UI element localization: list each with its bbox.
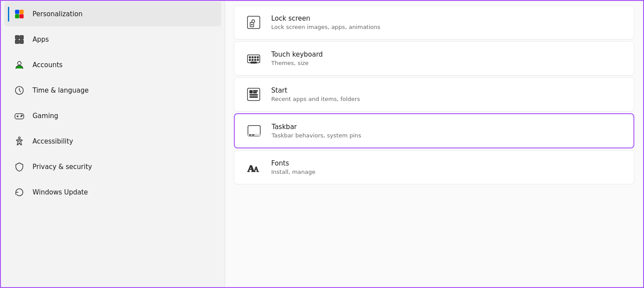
sidebar-item-privacy-security[interactable]: Privacy & security xyxy=(4,155,221,179)
privacy-icon xyxy=(13,161,25,173)
lock-screen-subtitle: Lock screen images, apps, animations xyxy=(271,24,380,30)
lock-screen-text: Lock screen Lock screen images, apps, an… xyxy=(271,14,380,30)
sidebar-label-update: Windows Update xyxy=(33,188,88,196)
apps-icon xyxy=(13,33,25,46)
svg-rect-21 xyxy=(257,57,258,58)
svg-rect-10 xyxy=(15,114,24,119)
touch-keyboard-subtitle: Themes, size xyxy=(271,60,323,66)
svg-rect-7 xyxy=(20,40,23,43)
svg-point-12 xyxy=(22,115,22,116)
fonts-title: Fonts xyxy=(271,159,315,167)
card-taskbar[interactable]: Taskbar Taskbar behaviors, system pins xyxy=(234,113,634,148)
start-text: Start Recent apps and items, folders xyxy=(271,86,360,102)
personalization-icon xyxy=(13,8,25,20)
svg-rect-3 xyxy=(20,14,23,18)
taskbar-title: Taskbar xyxy=(272,123,361,131)
sidebar-item-windows-update[interactable]: Windows Update xyxy=(4,180,221,205)
svg-rect-23 xyxy=(252,59,253,61)
svg-rect-36 xyxy=(252,135,254,135)
svg-rect-30 xyxy=(253,92,257,93)
fonts-text: Fonts Install, manage xyxy=(271,159,315,175)
svg-rect-24 xyxy=(255,59,256,61)
taskbar-subtitle: Taskbar behaviors, system pins xyxy=(272,132,361,139)
sidebar-label-time: Time & language xyxy=(33,86,89,94)
svg-rect-35 xyxy=(249,135,251,135)
sidebar-label-personalization: Personalization xyxy=(33,10,83,18)
svg-rect-29 xyxy=(253,90,258,91)
sidebar-label-gaming: Gaming xyxy=(33,112,58,120)
taskbar-icon xyxy=(245,122,263,140)
svg-rect-31 xyxy=(250,94,258,95)
svg-point-11 xyxy=(21,116,22,117)
svg-rect-4 xyxy=(15,36,19,39)
svg-rect-20 xyxy=(255,57,256,58)
svg-rect-32 xyxy=(250,97,258,97)
svg-rect-18 xyxy=(249,57,251,58)
sidebar-item-accounts[interactable]: Accounts xyxy=(4,53,221,77)
sidebar: Personalization Apps Accounts xyxy=(1,1,225,287)
accessibility-icon xyxy=(13,135,25,148)
start-title: Start xyxy=(271,86,360,94)
svg-point-13 xyxy=(18,137,20,139)
card-fonts[interactable]: A A Fonts Install, manage xyxy=(234,150,634,184)
lock-screen-icon xyxy=(245,14,262,31)
svg-text:A: A xyxy=(254,166,259,173)
accounts-icon xyxy=(13,59,25,71)
card-start[interactable]: Start Recent apps and items, folders xyxy=(234,77,634,112)
sidebar-label-accessibility: Accessibility xyxy=(33,137,73,145)
touch-keyboard-icon xyxy=(245,50,262,67)
update-icon xyxy=(13,186,25,198)
svg-rect-25 xyxy=(257,59,258,61)
svg-rect-28 xyxy=(250,90,252,93)
card-lock-screen[interactable]: Lock screen Lock screen images, apps, an… xyxy=(234,5,634,40)
svg-rect-2 xyxy=(15,14,19,18)
sidebar-item-apps[interactable]: Apps xyxy=(4,27,221,52)
sidebar-item-personalization[interactable]: Personalization xyxy=(4,2,221,26)
main-content: Lock screen Lock screen images, apps, an… xyxy=(225,1,643,287)
sidebar-item-accessibility[interactable]: Accessibility xyxy=(4,129,221,154)
touch-keyboard-text: Touch keyboard Themes, size xyxy=(271,50,323,66)
svg-rect-19 xyxy=(252,57,253,58)
svg-point-16 xyxy=(251,24,252,25)
svg-rect-6 xyxy=(15,40,19,43)
svg-rect-0 xyxy=(15,10,19,14)
sidebar-item-time-language[interactable]: Time & language xyxy=(4,78,221,103)
sidebar-label-accounts: Accounts xyxy=(33,61,62,69)
start-icon xyxy=(245,86,262,103)
time-icon xyxy=(13,84,25,97)
card-touch-keyboard[interactable]: Touch keyboard Themes, size xyxy=(234,41,634,76)
fonts-subtitle: Install, manage xyxy=(271,169,315,175)
svg-rect-22 xyxy=(249,59,251,61)
lock-screen-title: Lock screen xyxy=(271,14,380,22)
sidebar-label-apps: Apps xyxy=(33,36,49,43)
taskbar-text: Taskbar Taskbar behaviors, system pins xyxy=(272,123,361,139)
fonts-icon: A A xyxy=(245,158,262,176)
gaming-icon xyxy=(13,110,25,122)
svg-rect-1 xyxy=(20,10,23,14)
start-subtitle: Recent apps and items, folders xyxy=(271,96,360,102)
touch-keyboard-title: Touch keyboard xyxy=(271,50,323,58)
svg-rect-26 xyxy=(251,62,257,63)
svg-rect-5 xyxy=(20,36,23,39)
svg-point-8 xyxy=(18,61,21,65)
sidebar-item-gaming[interactable]: Gaming xyxy=(4,104,221,128)
sidebar-label-privacy: Privacy & security xyxy=(33,163,92,171)
